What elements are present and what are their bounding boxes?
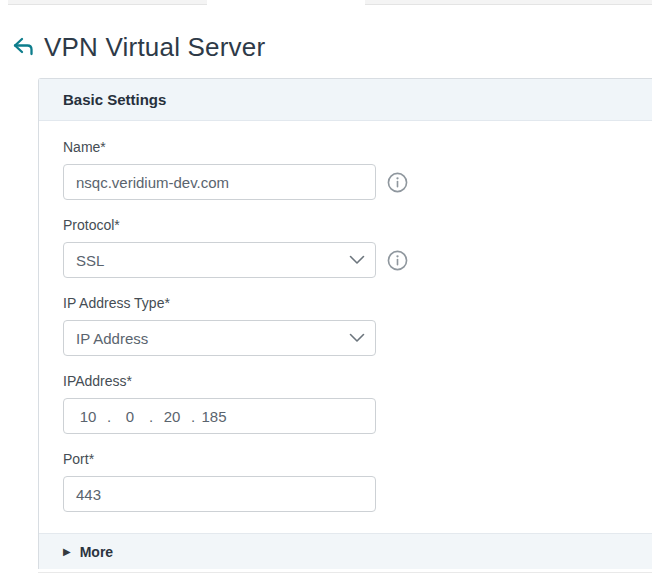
protocol-field-group: Protocol* SSL xyxy=(63,217,628,278)
back-button[interactable] xyxy=(10,34,36,60)
top-remnant-strip-right xyxy=(365,0,652,5)
panel-body: Name* nsqc.veridium-dev.com xyxy=(39,121,652,512)
port-label: Port* xyxy=(63,451,628,467)
ip-address-type-select[interactable]: IP Address xyxy=(63,320,376,356)
more-label: More xyxy=(80,544,113,560)
basic-settings-panel: Basic Settings Name* nsqc.veridium-dev.c… xyxy=(38,78,652,569)
ip-address-field-group: IPAddress* 10 . 0 . 20 . 185 xyxy=(63,373,628,434)
protocol-info-button[interactable] xyxy=(386,249,408,271)
ip-octet-2[interactable]: 0 xyxy=(117,408,143,425)
more-expander[interactable]: ▶ More xyxy=(39,533,652,569)
ip-address-type-field-group: IP Address Type* IP Address xyxy=(63,295,628,356)
ip-separator: . xyxy=(101,408,117,425)
name-input-value: nsqc.veridium-dev.com xyxy=(76,174,229,191)
expand-triangle-icon: ▶ xyxy=(63,547,71,557)
ip-octet-1[interactable]: 10 xyxy=(75,408,101,425)
panel-header: Basic Settings xyxy=(39,79,652,121)
ip-separator: . xyxy=(143,408,159,425)
port-input[interactable]: 443 xyxy=(63,476,376,512)
ip-separator: . xyxy=(185,408,201,425)
back-arrow-icon xyxy=(11,35,35,59)
name-info-button[interactable] xyxy=(386,171,408,193)
ip-address-type-select-value: IP Address xyxy=(76,330,148,347)
protocol-select-value: SSL xyxy=(76,252,104,269)
ip-address-label: IPAddress* xyxy=(63,373,628,389)
name-field-group: Name* nsqc.veridium-dev.com xyxy=(63,139,628,200)
page-title: VPN Virtual Server xyxy=(44,32,265,63)
ip-octet-3[interactable]: 20 xyxy=(159,408,185,425)
top-remnant-strip-left xyxy=(8,0,207,5)
ip-address-input[interactable]: 10 . 0 . 20 . 185 xyxy=(63,398,376,434)
port-input-value: 443 xyxy=(76,486,101,503)
protocol-label: Protocol* xyxy=(63,217,628,233)
name-label: Name* xyxy=(63,139,628,155)
ip-octet-4[interactable]: 185 xyxy=(201,408,227,425)
chevron-down-icon xyxy=(349,255,365,265)
protocol-select[interactable]: SSL xyxy=(63,242,376,278)
info-icon xyxy=(387,172,408,193)
page-title-row: VPN Virtual Server xyxy=(10,30,652,64)
chevron-down-icon xyxy=(349,333,365,343)
name-input[interactable]: nsqc.veridium-dev.com xyxy=(63,164,376,200)
ip-address-type-label: IP Address Type* xyxy=(63,295,628,311)
port-field-group: Port* 443 xyxy=(63,451,628,512)
info-icon xyxy=(387,250,408,271)
